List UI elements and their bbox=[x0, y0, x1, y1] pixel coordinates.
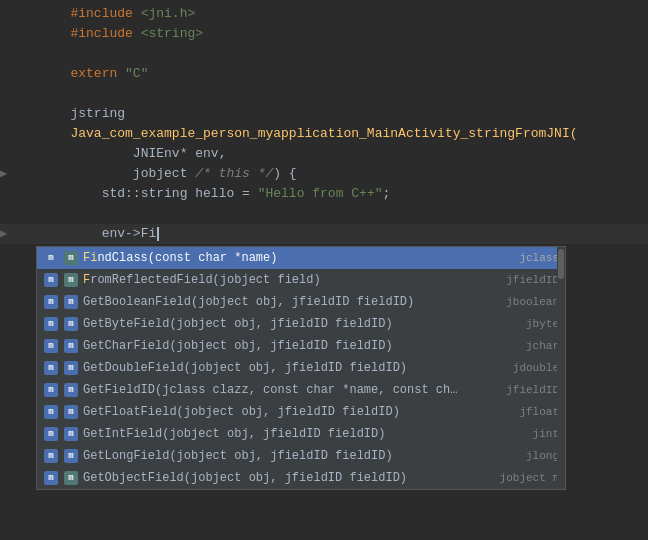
method-icon2: m bbox=[63, 250, 79, 266]
method-icon: m bbox=[43, 404, 59, 420]
autocomplete-item[interactable]: m m GetLongField(jobject obj, jfieldID f… bbox=[37, 445, 565, 467]
gutter-arrow: ▶ bbox=[0, 224, 7, 244]
autocomplete-item[interactable]: m m GetFieldID(jclass clazz, const char … bbox=[37, 379, 565, 401]
code-line: ▶ jobject /* this */) { bbox=[0, 164, 648, 184]
method-icon: m bbox=[43, 382, 59, 398]
code-line-cursor: ▶ env->Fi bbox=[0, 224, 648, 244]
gutter-arrow: ▶ bbox=[0, 164, 7, 184]
autocomplete-item[interactable]: m m GetBooleanField(jobject obj, jfieldI… bbox=[37, 291, 565, 313]
method-icon: m bbox=[43, 294, 59, 310]
method-icon2: m bbox=[63, 470, 79, 486]
text-cursor bbox=[157, 227, 159, 241]
method-icon: m bbox=[43, 360, 59, 376]
code-line: extern "C" bbox=[0, 64, 648, 84]
method-icon2: m bbox=[63, 426, 79, 442]
code-editor: #include <jni.h> #include <string> exter… bbox=[0, 0, 648, 540]
method-icon2: m bbox=[63, 316, 79, 332]
method-icon: m bbox=[43, 316, 59, 332]
method-icon2: m bbox=[63, 272, 79, 288]
method-icon2: m bbox=[63, 382, 79, 398]
method-icon: m bbox=[43, 448, 59, 464]
method-icon2: m bbox=[63, 404, 79, 420]
method-icon: m bbox=[43, 426, 59, 442]
autocomplete-item[interactable]: m m GetFloatField(jobject obj, jfieldID … bbox=[37, 401, 565, 423]
code-area: #include <jni.h> #include <string> exter… bbox=[0, 0, 648, 248]
code-line: #include <string> bbox=[0, 24, 648, 44]
autocomplete-item[interactable]: m m GetIntField(jobject obj, jfieldID fi… bbox=[37, 423, 565, 445]
method-icon2: m bbox=[63, 360, 79, 376]
method-icon: m bbox=[43, 272, 59, 288]
autocomplete-item[interactable]: m m FindClass(const char *name) jclass bbox=[37, 247, 565, 269]
autocomplete-scrollbar[interactable] bbox=[557, 247, 565, 489]
method-icon2: m bbox=[63, 294, 79, 310]
method-icon2: m bbox=[63, 448, 79, 464]
autocomplete-item[interactable]: m m GetByteField(jobject obj, jfieldID f… bbox=[37, 313, 565, 335]
autocomplete-dropdown: m m FindClass(const char *name) jclass m… bbox=[36, 246, 566, 490]
autocomplete-item[interactable]: m m FromReflectedField(jobject field) jf… bbox=[37, 269, 565, 291]
autocomplete-item[interactable]: m m GetDoubleField(jobject obj, jfieldID… bbox=[37, 357, 565, 379]
autocomplete-item[interactable]: m m GetCharField(jobject obj, jfieldID f… bbox=[37, 335, 565, 357]
autocomplete-item[interactable]: m m GetObjectField(jobject obj, jfieldID… bbox=[37, 467, 565, 489]
scrollbar-thumb bbox=[558, 249, 564, 279]
method-icon: m bbox=[43, 338, 59, 354]
method-icon: m bbox=[43, 470, 59, 486]
method-icon2: m bbox=[63, 338, 79, 354]
method-icon: m bbox=[43, 250, 59, 266]
